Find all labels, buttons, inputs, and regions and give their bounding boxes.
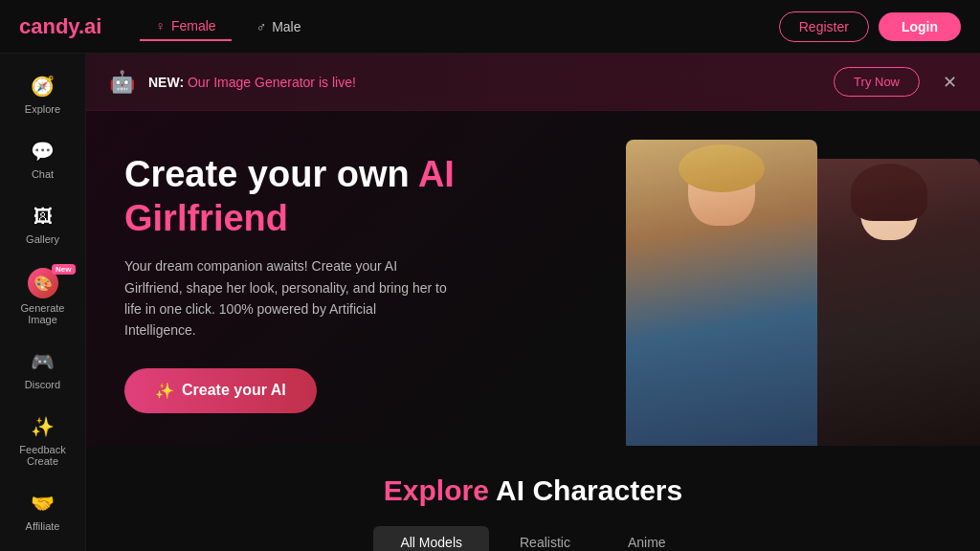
explore-title-rest: AI Characters	[489, 474, 682, 506]
tab-all-models[interactable]: All Models	[373, 526, 489, 551]
hero-subtitle: Your dream companion awaits! Create your…	[124, 255, 450, 342]
sidebar-label-chat: Chat	[32, 168, 54, 180]
discord-icon: 🎮	[30, 348, 56, 375]
main-layout: 🧭 Explore 💬 Chat 🖼 Gallery New 🎨 Generat…	[0, 54, 980, 551]
hero-title-ai: AI	[418, 154, 455, 194]
logo[interactable]: candy.ai	[19, 14, 101, 39]
sidebar-label-discord: Discord	[25, 379, 60, 390]
create-ai-button[interactable]: ✨ Create your AI	[124, 368, 317, 413]
create-ai-label: Create your AI	[182, 382, 286, 399]
sidebar-item-discord[interactable]: 🎮 Discord	[5, 339, 81, 400]
hero-title-line1: Create your own	[124, 154, 418, 194]
sidebar-label-affiliate: Affiliate	[26, 520, 60, 532]
logo-text: candy	[19, 14, 78, 38]
sidebar-label-gallery: Gallery	[26, 233, 59, 245]
sidebar-item-chat[interactable]: 💬 Chat	[5, 128, 81, 189]
sidebar-item-feedback[interactable]: ✨ Feedback Create	[5, 404, 81, 476]
sidebar-label-generate: Generate Image	[12, 302, 74, 325]
logo-ai: ai	[84, 14, 101, 38]
create-ai-icon: ✨	[155, 382, 174, 400]
banner-text: NEW: Our Image Generator is live!	[148, 75, 820, 90]
explore-title-highlight: Explore	[384, 474, 489, 506]
sidebar-label-explore: Explore	[25, 103, 60, 115]
sidebar-item-terms[interactable]: ❤ Terms and My AI Policy	[5, 545, 81, 551]
gallery-icon: 🖼	[30, 203, 56, 230]
character-realistic	[626, 140, 817, 446]
gender-tabs: ♀ Female ♂ Male	[140, 12, 778, 41]
announcement-banner: 🤖 NEW: Our Image Generator is live! Try …	[86, 54, 980, 111]
register-button[interactable]: Register	[779, 11, 869, 42]
top-nav: candy.ai ♀ Female ♂ Male Register Login	[0, 0, 980, 54]
tab-anime[interactable]: Anime	[601, 526, 693, 551]
new-badge: New	[52, 264, 75, 275]
feedback-icon: ✨	[30, 413, 56, 440]
sidebar-label-feedback: Feedback Create	[12, 444, 74, 467]
try-now-button[interactable]: Try Now	[834, 67, 920, 97]
banner-new-label: NEW:	[148, 75, 184, 90]
male-icon: ♂	[256, 19, 267, 34]
nav-actions: Register Login	[779, 11, 961, 42]
banner-close-icon[interactable]: ✕	[943, 72, 957, 93]
sidebar-item-affiliate[interactable]: 🤝 Affiliate	[5, 480, 81, 541]
explore-icon: 🧭	[30, 73, 56, 99]
chat-icon: 💬	[30, 138, 56, 165]
tab-female[interactable]: ♀ Female	[140, 12, 231, 41]
tab-realistic[interactable]: Realistic	[493, 526, 597, 551]
login-button[interactable]: Login	[879, 12, 961, 41]
affiliate-icon: 🤝	[30, 490, 56, 517]
male-label: Male	[272, 19, 301, 34]
sidebar: 🧭 Explore 💬 Chat 🖼 Gallery New 🎨 Generat…	[0, 54, 86, 551]
female-icon: ♀	[155, 18, 166, 33]
model-tabs: All Models Realistic Anime	[124, 526, 942, 551]
explore-title: Explore AI Characters	[124, 474, 942, 507]
female-label: Female	[171, 18, 216, 33]
hero-title-line2: Girlfriend	[124, 198, 288, 238]
hero-content: Create your own AI Girlfriend Your dream…	[124, 153, 942, 413]
content-area: 🤖 NEW: Our Image Generator is live! Try …	[86, 54, 980, 551]
hero-title: Create your own AI Girlfriend	[124, 153, 942, 240]
hero-section: Create your own AI Girlfriend Your dream…	[86, 111, 980, 446]
explore-section: Explore AI Characters All Models Realist…	[86, 446, 980, 551]
sidebar-item-generate-image[interactable]: New 🎨 Generate Image	[5, 258, 81, 335]
banner-message: Our Image Generator is live!	[184, 75, 356, 90]
banner-icon: 🤖	[109, 70, 135, 95]
tab-male[interactable]: ♂ Male	[241, 12, 317, 41]
sidebar-item-explore[interactable]: 🧭 Explore	[5, 63, 81, 124]
sidebar-item-gallery[interactable]: 🖼 Gallery	[5, 193, 81, 254]
